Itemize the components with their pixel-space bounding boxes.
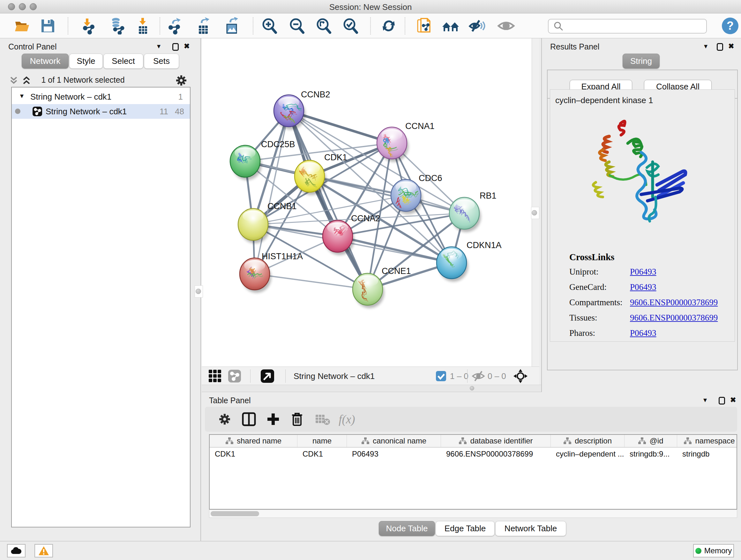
crosslink-link[interactable]: P06493 — [630, 267, 657, 277]
network-collection-row[interactable]: ▼ String Network – cdk1 1 — [12, 89, 190, 104]
selected-indicator[interactable] — [435, 369, 447, 383]
gear-icon[interactable] — [175, 74, 188, 87]
zoom-in-button[interactable] — [260, 17, 279, 35]
import-network-file-button[interactable] — [79, 17, 98, 35]
table-row[interactable]: CDK1CDK1P064939606.ENSP00000378699cyclin… — [210, 448, 737, 460]
column-header-id[interactable]: @id — [624, 435, 677, 447]
node-CCNB2[interactable]: CCNB2 — [274, 90, 330, 130]
add-column-button[interactable] — [264, 412, 283, 427]
crosslink-link[interactable]: P06493 — [630, 282, 657, 292]
node-CDC6[interactable]: CDC6 — [391, 173, 442, 214]
cell-canonicalname[interactable]: P06493 — [347, 448, 441, 460]
tab-sets[interactable]: Sets — [144, 54, 179, 69]
close-panel-icon[interactable]: ✖ — [728, 43, 734, 50]
birdseye-button[interactable] — [513, 369, 528, 383]
network-canvas[interactable]: CCNB2CCNA1CDC25BCDK1CDC6RB1CCNB1CCNA2CDK… — [202, 38, 532, 367]
open-session-button[interactable] — [13, 17, 32, 35]
node-RB1[interactable]: RB1 — [449, 191, 496, 232]
export-network-button[interactable] — [165, 17, 185, 35]
help-button[interactable]: ? — [721, 17, 740, 35]
tab-style[interactable]: Style — [69, 54, 103, 69]
show-graphics-button[interactable] — [496, 17, 516, 35]
tab-node-table[interactable]: Node Table — [379, 521, 435, 536]
crosslink-link[interactable]: P06493 — [630, 328, 657, 338]
node-label: CCNA2 — [351, 213, 381, 223]
delete-table-button[interactable] — [313, 412, 332, 427]
cloud-status-button[interactable] — [7, 544, 25, 557]
refresh-button[interactable] — [379, 17, 398, 35]
cell-namespace[interactable]: stringdb — [677, 448, 737, 460]
tab-string[interactable]: String — [623, 54, 660, 69]
hidden-indicator[interactable] — [472, 369, 485, 383]
float-panel-icon[interactable] — [717, 43, 723, 51]
cell-id[interactable]: stringdb:9... — [624, 448, 677, 460]
crosslink-link[interactable]: 9606.ENSP00000378699 — [630, 298, 718, 307]
search-input[interactable] — [566, 22, 706, 30]
column-type-icon — [225, 437, 233, 445]
column-header-name[interactable]: name — [297, 435, 347, 447]
zoom-fit-button[interactable] — [314, 17, 333, 35]
scrollbar-thumb[interactable] — [211, 511, 259, 516]
canvas-scrollbar[interactable] — [532, 38, 539, 367]
node-table[interactable]: shared namenamecanonical namedatabase id… — [209, 434, 737, 509]
control-splitter-handle[interactable] — [196, 289, 201, 294]
zoom-selected-button[interactable] — [341, 17, 360, 35]
function-builder-button[interactable]: f(x) — [337, 412, 356, 427]
crosslink-link[interactable]: 9606.ENSP00000378699 — [630, 313, 718, 323]
node-CDC25B[interactable]: CDC25B — [230, 139, 295, 180]
float-panel-icon[interactable] — [719, 397, 725, 405]
results-splitter-handle[interactable] — [532, 210, 537, 215]
copy-network-button[interactable] — [415, 17, 434, 35]
cell-name[interactable]: CDK1 — [297, 448, 347, 460]
collapse-all-icon[interactable] — [8, 75, 19, 85]
table-settings-button[interactable] — [215, 412, 234, 427]
node-CDKN1A[interactable]: CDKN1A — [436, 240, 502, 282]
edge-HIST1H1A-CCNE1[interactable] — [255, 274, 367, 289]
tab-network-table[interactable]: Network Table — [495, 521, 566, 536]
node-HIST1H1A[interactable]: HIST1H1A — [240, 252, 303, 293]
close-panel-icon[interactable]: ✖ — [730, 396, 736, 403]
import-table-button[interactable] — [133, 17, 152, 35]
splitter-handle[interactable] — [470, 386, 474, 390]
crosslink-row: Compartments:9606.ENSP00000378699 — [569, 298, 718, 307]
cell-sharedname[interactable]: CDK1 — [210, 448, 297, 460]
tab-edge-table[interactable]: Edge Table — [435, 521, 495, 536]
edge-CCNB2-CCNE1[interactable] — [289, 111, 367, 289]
collection-count: 1 — [179, 92, 183, 102]
cell-databaseidentifier[interactable]: 9606.ENSP00000378699 — [441, 448, 551, 460]
panel-menu-icon[interactable]: ▾ — [157, 43, 160, 50]
import-network-database-button[interactable] — [108, 17, 127, 35]
export-image-button[interactable] — [222, 17, 241, 35]
column-header-databaseidentifier[interactable]: database identifier — [441, 435, 551, 447]
panel-menu-icon[interactable]: ▾ — [703, 396, 707, 403]
network-graph[interactable]: CCNB2CCNA1CDC25BCDK1CDC6RB1CCNB1CCNA2CDK… — [202, 38, 532, 367]
open-in-window-button[interactable] — [260, 369, 274, 383]
open-in-window-icon — [260, 369, 274, 383]
export-table-button[interactable] — [194, 17, 213, 35]
warnings-button[interactable] — [35, 544, 53, 557]
table-hscrollbar[interactable] — [209, 509, 737, 518]
save-session-button[interactable] — [38, 17, 57, 35]
control-panel: Control Panel ▾ ✖ NetworkStyleSelectSets… — [0, 38, 201, 541]
hide-selected-button[interactable] — [468, 17, 487, 35]
column-header-description[interactable]: description — [551, 435, 624, 447]
collapse-arrow-icon[interactable]: ▼ — [19, 92, 25, 100]
close-panel-icon[interactable]: ✖ — [184, 43, 190, 50]
share-view-button[interactable] — [228, 369, 241, 383]
show-columns-button[interactable] — [239, 412, 259, 427]
tab-network[interactable]: Network — [22, 54, 69, 69]
cell-description[interactable]: cyclin–dependent ... — [551, 448, 624, 460]
network-row-selected[interactable]: String Network – cdk1 11 48 — [12, 104, 190, 119]
column-header-namespace[interactable]: namespace — [677, 435, 737, 447]
first-neighbors-button[interactable] — [441, 17, 460, 35]
panel-menu-icon[interactable]: ▾ — [704, 43, 708, 50]
float-panel-icon[interactable] — [172, 43, 179, 51]
delete-column-button[interactable] — [287, 412, 307, 427]
memory-button[interactable]: Memory — [693, 544, 734, 557]
node-CCNE1[interactable]: CCNE1 — [353, 266, 411, 308]
tab-select[interactable]: Select — [104, 54, 143, 69]
zoom-out-button[interactable] — [287, 17, 307, 35]
column-header-canonicalname[interactable]: canonical name — [347, 435, 441, 447]
column-header-sharedname[interactable]: shared name — [210, 435, 297, 447]
show-grid-button[interactable] — [208, 369, 222, 383]
